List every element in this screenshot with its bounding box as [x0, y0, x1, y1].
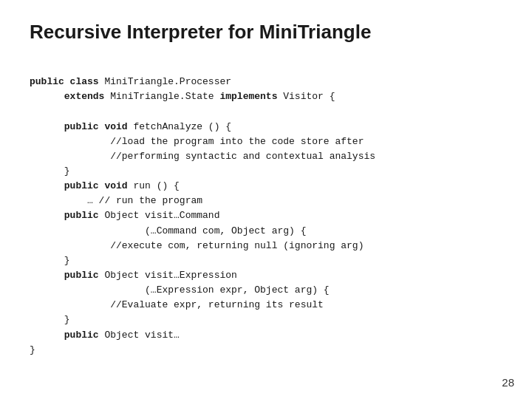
- code-line-3: public void fetchAnalyze () {: [30, 121, 231, 132]
- code-line-6: }: [30, 166, 70, 177]
- code-line-10: (…Command com, Object arg) {: [30, 225, 306, 236]
- code-line-15: //Evaluate expr, returning its result: [30, 299, 324, 310]
- code-line-8: … // run the program: [30, 195, 202, 206]
- code-line-17: public Object visit…: [30, 330, 180, 341]
- code-line-4: //load the program into the code store a…: [30, 136, 364, 147]
- code-line-7: public void run () {: [30, 180, 180, 191]
- code-line-9: public Object visit…Command: [30, 210, 219, 221]
- code-block: public class MiniTriangle.Processer exte…: [30, 60, 502, 372]
- slide-title: Recursive Interpreter for MiniTriangle: [30, 21, 502, 44]
- code-line-18: }: [30, 344, 35, 355]
- page-number: 28: [502, 376, 514, 389]
- slide: Recursive Interpreter for MiniTriangle p…: [0, 0, 532, 399]
- code-line-1: public class MiniTriangle.Processer: [30, 76, 231, 87]
- code-line-2: extends MiniTriangle.State implements Vi…: [30, 91, 335, 102]
- code-line-13: public Object visit…Expression: [30, 270, 237, 281]
- code-line-14: (…Expression expr, Object arg) {: [30, 284, 330, 296]
- code-line-12: }: [30, 255, 70, 266]
- code-line-11: //execute com, returning null (ignoring …: [30, 240, 364, 251]
- code-line-16: }: [30, 314, 70, 325]
- code-line-5: //performing syntactic and contextual an…: [30, 151, 375, 162]
